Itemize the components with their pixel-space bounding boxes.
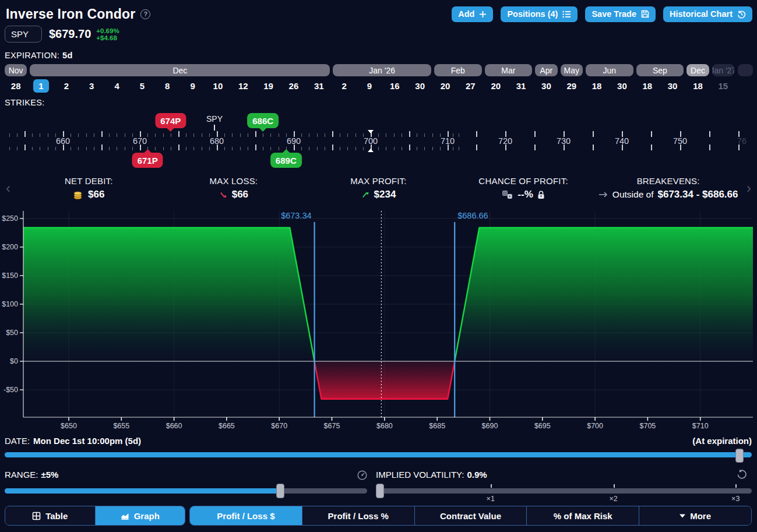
help-icon[interactable]: ? [140,9,150,19]
month-pill-0-nov[interactable]: Nov [5,64,27,76]
expiration-label: EXPIRATION: [5,51,59,60]
stats-next-chevron[interactable]: › [741,180,757,196]
month-pill-6-may[interactable]: May [561,64,583,76]
month-pill-overflow[interactable] [738,64,753,76]
expiration-date-0-day-28[interactable]: 28 [5,79,27,93]
expiration-date-18-day-27[interactable]: 27 [459,79,481,93]
pl-chart[interactable]: $673.34$686.66$650$655$660$665$670$675$6… [0,206,757,435]
month-pill-5-apr[interactable]: Apr [535,64,557,76]
add-button[interactable]: Add [452,6,493,22]
expiration-date-2-day-2[interactable]: 2 [55,79,78,93]
range-slider-thumb[interactable] [276,484,284,498]
expiration-date-26-day-30[interactable]: 30 [661,79,684,93]
stat-label: NET DEBIT: [65,176,113,186]
iv-slider[interactable]: ×1×2×3 [376,485,752,501]
iv-reset-icon[interactable] [737,469,747,482]
expiration-date-19-day-20[interactable]: 20 [485,79,507,93]
iv-slider-thumb[interactable] [376,484,384,498]
expiration-date-9-day-12[interactable]: 12 [232,79,254,93]
month-pill-4-mar[interactable]: Mar [485,64,533,76]
stats-prev-chevron[interactable]: ‹ [0,180,16,196]
month-pill-10-jan-27[interactable]: Jan '27 [712,64,734,76]
date-number: 18 [639,79,655,93]
strike-badge-674p[interactable]: 674P [155,113,186,128]
ruler-tick [301,133,302,137]
ticker-change-amt: +$4.68 [96,34,119,41]
date-number: 30 [614,79,630,93]
date-number: 30 [412,79,428,93]
expiration-date-16-day-30[interactable]: 30 [409,79,431,93]
iv-tick-mark [491,484,492,488]
tab-profit-loss[interactable]: Profit / Loss % [302,506,414,525]
ruler-tick [340,147,340,150]
tab-contract-value[interactable]: Contract Value [414,506,527,525]
tab-label: Table [45,511,68,521]
expiration-date-28-day-15[interactable]: 15 [712,79,734,93]
date-slider-thumb[interactable] [735,449,744,463]
strike-badge-686c[interactable]: 686C [247,113,279,128]
ruler-tick [71,133,71,137]
expiration-date-3-day-3[interactable]: 3 [80,79,103,93]
date-slider-track[interactable] [5,452,752,457]
expiration-date-12-day-31[interactable]: 31 [308,79,330,93]
tab-table[interactable]: Table [5,506,95,525]
historical-chart-button[interactable]: Historical Chart [663,6,752,22]
gauge-icon[interactable] [357,470,368,483]
expiration-date-14-day-9[interactable]: 9 [358,79,381,93]
expiration-date-11-day-26[interactable]: 26 [283,79,305,93]
expiration-date-17-day-20[interactable]: 20 [434,79,456,93]
ruler-tick [440,147,441,150]
ruler-tick [117,133,117,137]
date-slider[interactable] [5,451,752,459]
ruler-label-660: 660 [56,136,70,146]
ruler-tick [240,133,241,137]
tab-of-max-risk[interactable]: % of Max Risk [526,506,639,525]
expiration-date-20-day-31[interactable]: 31 [510,79,532,93]
svg-text:-$50: -$50 [3,386,18,394]
ruler-tick [48,133,48,137]
expiration-date-6-day-8[interactable]: 8 [156,79,178,93]
expiration-date-15-day-16[interactable]: 16 [383,79,406,93]
positions-4-button[interactable]: Positions (4) [501,6,578,22]
expiration-date-1-day-1[interactable]: 1 [30,79,52,93]
month-pill-9-dec[interactable]: Dec [686,64,709,76]
month-pill-3-feb[interactable]: Feb [434,64,482,76]
expiration-date-10-day-19[interactable]: 19 [257,79,279,93]
month-row: NovDecJan '26FebMarAprMayJunSepDecJan '2… [5,64,734,76]
save-trade-button[interactable]: Save Trade [585,6,656,22]
expiration-date-27-day-18[interactable]: 18 [686,79,709,93]
ruler-tick [78,147,79,150]
expiration-date-4-day-4[interactable]: 4 [105,79,128,93]
strike-badge-689c[interactable]: 689C [270,153,302,168]
expiration-date-13-day-2[interactable]: 2 [333,79,355,93]
svg-text:$675: $675 [324,422,340,430]
symbol-input[interactable]: SPY [5,26,42,43]
tab-graph[interactable]: Graph [95,506,185,525]
month-pill-8-sep[interactable]: Sep [636,64,684,76]
expiration-date-8-day-10[interactable]: 10 [207,79,229,93]
stat-max-loss: MAX LOSS:$66 [161,176,307,200]
tab-more[interactable]: More [639,506,751,525]
expiration-date-7-day-9[interactable]: 9 [181,79,203,93]
tab-profit-loss[interactable]: Profit / Loss $ [190,506,302,525]
expiration-date-22-day-29[interactable]: 29 [561,79,583,93]
iv-slider-track[interactable] [376,488,752,494]
strike-badge-671p[interactable]: 671P [132,153,163,168]
ruler-label-750: 750 [673,136,687,146]
ruler-tick [186,133,186,137]
date-number: 30 [665,79,681,93]
expiration-date-21-day-30[interactable]: 30 [535,79,557,93]
strike-ruler[interactable]: 66067068069070071072073074075076SPY674P6… [0,111,757,172]
expiration-date-25-day-18[interactable]: 18 [636,79,659,93]
month-pill-2-jan-26[interactable]: Jan '26 [333,64,431,76]
strikes-label: STRIKES: [5,98,44,107]
expiration-date-5-day-5[interactable]: 5 [131,79,153,93]
expiration-date-24-day-30[interactable]: 30 [611,79,633,93]
month-pill-7-jun[interactable]: Jun [586,64,633,76]
month-pill-1-dec[interactable]: Dec [30,64,330,76]
date-number: 27 [463,79,478,93]
ruler-tick [155,133,156,137]
expiration-date-23-day-18[interactable]: 18 [586,79,608,93]
range-slider[interactable] [5,485,367,501]
graph-icon [121,512,129,520]
